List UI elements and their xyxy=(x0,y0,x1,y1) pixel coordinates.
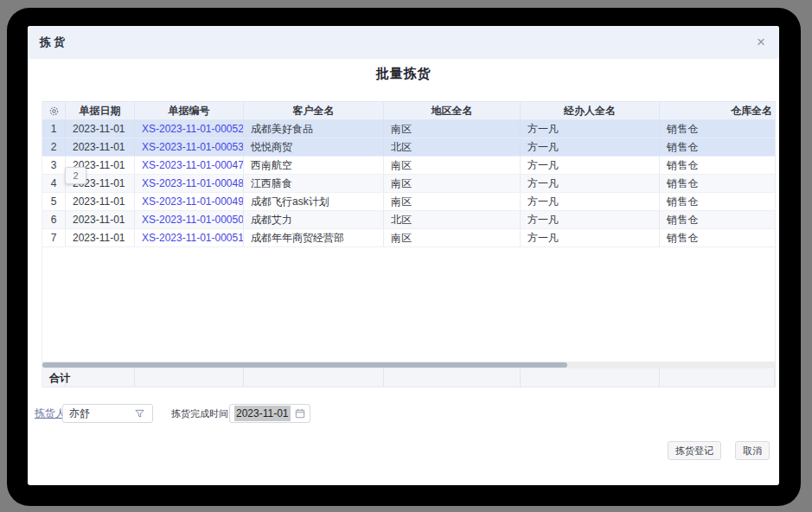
table-row[interactable]: 22023-11-01XS-2023-11-01-00053悦悦商贸北区方一凡销… xyxy=(42,138,775,157)
calendar-icon xyxy=(295,408,305,419)
table-row[interactable]: 62023-11-01XS-2023-11-01-00050成都艾力北区方一凡销… xyxy=(42,211,775,229)
picker-label-text: 拣货人 xyxy=(35,407,66,419)
orders-table: 单据日期单据编号客户全名地区全名经办人全名仓库全名 12023-11-01XS-… xyxy=(42,101,776,387)
doc-number[interactable]: XS-2023-11-01-00052 xyxy=(135,120,244,138)
region-name: 南区 xyxy=(384,193,521,210)
picker-value: 亦舒 xyxy=(63,405,135,422)
table-row[interactable]: 52023-11-01XS-2023-11-01-00049成都飞行ask计划南… xyxy=(42,193,775,211)
handler-name: 方一凡 xyxy=(521,120,660,138)
region-name: 南区 xyxy=(384,157,521,174)
customer-name: 成都年年商贸经营部 xyxy=(244,229,384,246)
cancel-button[interactable]: 取消 xyxy=(735,441,770,460)
table-footer-row: 合计 xyxy=(42,368,775,387)
page-title: 批量拣货 xyxy=(28,66,779,82)
doc-date: 2023-11-01 xyxy=(66,229,135,246)
doc-date: 2023-11-01 xyxy=(66,120,135,138)
screen: 拣货 × 批量拣货 单据日期单据编号客户全名地区全名经办人全名仓库全名 1202… xyxy=(0,0,812,512)
table-empty-space xyxy=(42,247,775,362)
warehouse-name: 销售仓 xyxy=(660,211,775,228)
scrollbar-thumb[interactable] xyxy=(42,362,567,368)
column-header-doc-number[interactable]: 单据编号 xyxy=(135,102,244,119)
footer-cell xyxy=(135,368,244,387)
row-number: 1 xyxy=(42,120,66,138)
handler-name: 方一凡 xyxy=(521,229,660,246)
table-body: 12023-11-01XS-2023-11-01-00052成都美好食品南区方一… xyxy=(42,120,775,247)
table-row[interactable]: 32023-11-01XS-2023-11-01-00047西南航空南区方一凡销… xyxy=(42,157,775,175)
customer-name: 西南航空 xyxy=(244,157,384,174)
handler-name: 方一凡 xyxy=(521,175,660,192)
region-name: 南区 xyxy=(384,229,521,246)
doc-date: 2023-11-01 xyxy=(66,193,135,210)
handler-name: 方一凡 xyxy=(521,193,660,210)
picking-register-button[interactable]: 拣货登记 xyxy=(668,441,721,460)
row-number: 4 xyxy=(42,175,66,192)
customer-name: 悦悦商贸 xyxy=(244,138,384,156)
warehouse-name: 销售仓 xyxy=(660,175,775,192)
dialog-actions: 拣货登记 取消 xyxy=(668,441,770,460)
footer-cell xyxy=(384,368,521,387)
footer-total-label: 合计 xyxy=(42,368,66,387)
footer-cell xyxy=(66,368,135,387)
doc-number[interactable]: XS-2023-11-01-00047 xyxy=(135,157,244,174)
column-header-region-name[interactable]: 地区全名 xyxy=(384,102,521,119)
picking-dialog: 拣货 × 批量拣货 单据日期单据编号客户全名地区全名经办人全名仓库全名 1202… xyxy=(28,26,779,485)
warehouse-name: 销售仓 xyxy=(660,138,775,156)
doc-number[interactable]: XS-2023-11-01-00053 xyxy=(135,138,244,156)
footer-cell xyxy=(660,368,775,387)
doc-number[interactable]: XS-2023-11-01-00048 xyxy=(135,175,244,192)
column-header-warehouse-name[interactable]: 仓库全名 xyxy=(660,102,775,119)
table-row[interactable]: 42023-11-01XS-2023-11-01-00048江西膳食南区方一凡销… xyxy=(42,175,775,193)
close-icon[interactable]: × xyxy=(757,26,765,59)
doc-date: 2023-11-01 xyxy=(66,211,135,228)
row-number: 7 xyxy=(42,229,66,246)
doc-number[interactable]: XS-2023-11-01-00049 xyxy=(135,193,244,210)
warehouse-name: 销售仓 xyxy=(660,229,775,246)
doc-number[interactable]: XS-2023-11-01-00050 xyxy=(135,211,244,228)
row-number: 6 xyxy=(42,211,66,228)
horizontal-scrollbar xyxy=(42,362,775,368)
column-header-customer-name[interactable]: 客户全名 xyxy=(244,102,384,119)
warehouse-name: 销售仓 xyxy=(660,157,775,174)
footer-cell xyxy=(521,368,660,387)
finish-time-value: 2023-11-01 xyxy=(234,406,291,421)
row-number: 3 xyxy=(42,157,66,174)
handler-name: 方一凡 xyxy=(521,157,660,174)
region-name: 南区 xyxy=(384,120,521,138)
customer-name: 成都飞行ask计划 xyxy=(244,193,384,210)
column-header-handler-name[interactable]: 经办人全名 xyxy=(521,102,660,119)
table-row[interactable]: 12023-11-01XS-2023-11-01-00052成都美好食品南区方一… xyxy=(42,120,775,138)
region-name: 北区 xyxy=(384,211,521,228)
handler-name: 方一凡 xyxy=(521,138,660,156)
handler-name: 方一凡 xyxy=(521,211,660,228)
customer-name: 成都艾力 xyxy=(244,211,384,228)
warehouse-name: 销售仓 xyxy=(660,193,775,210)
column-header-doc-date[interactable]: 单据日期 xyxy=(66,102,135,119)
footer-cell xyxy=(244,368,384,387)
table-header-row: 单据日期单据编号客户全名地区全名经办人全名仓库全名 xyxy=(42,101,775,120)
row-number: 5 xyxy=(42,193,66,210)
region-name: 北区 xyxy=(384,138,521,156)
dialog-header: 拣货 × xyxy=(28,26,779,59)
drag-count-badge: 2 xyxy=(65,167,86,184)
funnel-icon xyxy=(135,409,149,419)
customer-name: 江西膳食 xyxy=(244,175,384,192)
row-number: 2 xyxy=(42,138,66,156)
doc-number[interactable]: XS-2023-11-01-00051 xyxy=(135,229,244,246)
table-row[interactable]: 72023-11-01XS-2023-11-01-00051成都年年商贸经营部南… xyxy=(42,229,775,247)
doc-date: 2023-11-01 xyxy=(66,138,135,156)
picker-select[interactable]: 亦舒 xyxy=(62,404,153,423)
warehouse-name: 销售仓 xyxy=(660,120,775,138)
region-name: 南区 xyxy=(384,175,521,192)
finish-time-label: 拣货完成时间 xyxy=(171,404,228,423)
dialog-title: 拣货 xyxy=(40,35,67,50)
finish-time-input[interactable]: 2023-11-01 xyxy=(229,404,310,423)
column-settings-gear-icon[interactable] xyxy=(42,102,66,119)
customer-name: 成都美好食品 xyxy=(244,120,384,138)
